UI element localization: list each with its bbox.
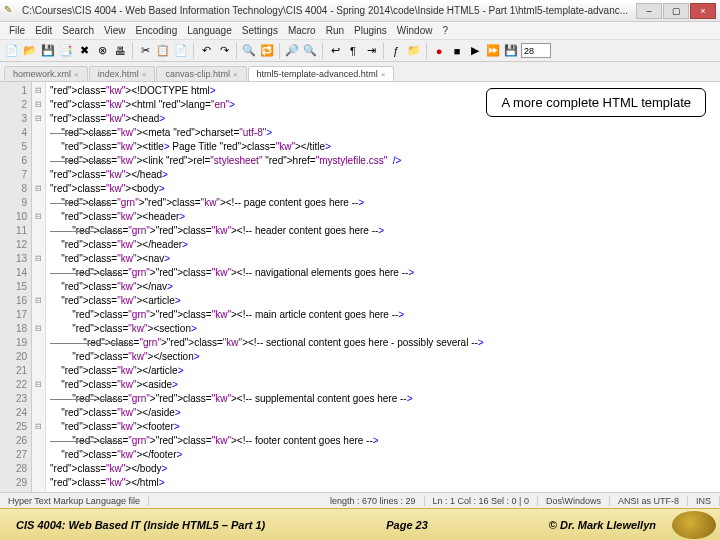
- menu-language[interactable]: Language: [182, 25, 237, 36]
- macro-count-input[interactable]: [521, 43, 551, 58]
- separator: [426, 43, 427, 59]
- separator: [193, 43, 194, 59]
- app-icon: ✎: [4, 4, 18, 18]
- undo-icon[interactable]: ↶: [198, 43, 214, 59]
- footer-page: Page 23: [370, 519, 444, 531]
- paste-icon[interactable]: 📄: [173, 43, 189, 59]
- footer-course: CIS 4004: Web Based IT (Inside HTML5 – P…: [0, 519, 281, 531]
- savemacro-icon[interactable]: 💾: [503, 43, 519, 59]
- tab-close-icon[interactable]: ×: [381, 70, 386, 79]
- status-length: length : 670 lines : 29: [322, 496, 425, 506]
- tab-index-html[interactable]: index.html×: [89, 66, 156, 81]
- zoomout-icon[interactable]: 🔍: [302, 43, 318, 59]
- menu-file[interactable]: File: [4, 25, 30, 36]
- minimize-button[interactable]: –: [636, 3, 662, 19]
- separator: [383, 43, 384, 59]
- ucf-logo-icon: [672, 511, 716, 539]
- find-icon[interactable]: 🔍: [241, 43, 257, 59]
- print-icon[interactable]: 🖶: [112, 43, 128, 59]
- func-icon[interactable]: ƒ: [388, 43, 404, 59]
- code-area[interactable]: "red">class="kw"><!DOCTYPE html> "red">c…: [46, 82, 720, 502]
- tab-html5-template-advanced-html[interactable]: html5-template-advanced.html×: [248, 66, 395, 81]
- closeall-icon[interactable]: ⊗: [94, 43, 110, 59]
- tabbar: homework.xml×index.html×canvas-clip.html…: [0, 62, 720, 82]
- fold-column: ⊟⊟⊟ ⊟ ⊟ ⊟ ⊟ ⊟ ⊟ ⊟: [32, 82, 46, 502]
- menu-macro[interactable]: Macro: [283, 25, 321, 36]
- replace-icon[interactable]: 🔁: [259, 43, 275, 59]
- separator: [132, 43, 133, 59]
- window-buttons: – ▢ ×: [636, 3, 716, 19]
- save-icon[interactable]: 💾: [40, 43, 56, 59]
- copy-icon[interactable]: 📋: [155, 43, 171, 59]
- line-gutter: 1234567891011121314151617181920212223242…: [0, 82, 32, 502]
- separator: [279, 43, 280, 59]
- playfast-icon[interactable]: ⏩: [485, 43, 501, 59]
- menu-plugins[interactable]: Plugins: [349, 25, 392, 36]
- close-file-icon[interactable]: ✖: [76, 43, 92, 59]
- status-lang: Hyper Text Markup Language file: [0, 496, 149, 506]
- menubar: FileEditSearchViewEncodingLanguageSettin…: [0, 22, 720, 40]
- tab-close-icon[interactable]: ×: [142, 70, 147, 79]
- zoomin-icon[interactable]: 🔎: [284, 43, 300, 59]
- titlebar: ✎ C:\Courses\CIS 4004 - Web Based Inform…: [0, 0, 720, 22]
- tab-close-icon[interactable]: ×: [74, 70, 79, 79]
- menu-edit[interactable]: Edit: [30, 25, 57, 36]
- menu-search[interactable]: Search: [57, 25, 99, 36]
- status-mode: INS: [688, 496, 720, 506]
- close-button[interactable]: ×: [690, 3, 716, 19]
- footer-author: © Dr. Mark Llewellyn: [533, 519, 672, 531]
- indent-icon[interactable]: ⇥: [363, 43, 379, 59]
- annotation-callout: A more complete HTML template: [486, 88, 706, 117]
- tab-close-icon[interactable]: ×: [233, 70, 238, 79]
- wrap-icon[interactable]: ↩: [327, 43, 343, 59]
- editor: 1234567891011121314151617181920212223242…: [0, 82, 720, 502]
- menu-window[interactable]: Window: [392, 25, 438, 36]
- menu-settings[interactable]: Settings: [237, 25, 283, 36]
- menu-help[interactable]: ?: [437, 25, 453, 36]
- menu-encoding[interactable]: Encoding: [131, 25, 183, 36]
- status-eol: Dos\Windows: [538, 496, 610, 506]
- stop-icon[interactable]: ■: [449, 43, 465, 59]
- tab-canvas-clip-html[interactable]: canvas-clip.html×: [156, 66, 246, 81]
- open-icon[interactable]: 📂: [22, 43, 38, 59]
- folder-icon[interactable]: 📁: [406, 43, 422, 59]
- saveall-icon[interactable]: 📑: [58, 43, 74, 59]
- new-icon[interactable]: 📄: [4, 43, 20, 59]
- statusbar: Hyper Text Markup Language file length :…: [0, 492, 720, 508]
- redo-icon[interactable]: ↷: [216, 43, 232, 59]
- slide-footer: CIS 4004: Web Based IT (Inside HTML5 – P…: [0, 508, 720, 540]
- chars-icon[interactable]: ¶: [345, 43, 361, 59]
- separator: [236, 43, 237, 59]
- menu-view[interactable]: View: [99, 25, 131, 36]
- separator: [322, 43, 323, 59]
- status-position: Ln : 1 Col : 16 Sel : 0 | 0: [425, 496, 538, 506]
- toolbar: 📄 📂 💾 📑 ✖ ⊗ 🖶 ✂ 📋 📄 ↶ ↷ 🔍 🔁 🔎 🔍 ↩ ¶ ⇥ ƒ …: [0, 40, 720, 62]
- status-encoding: ANSI as UTF-8: [610, 496, 688, 506]
- tab-homework-xml[interactable]: homework.xml×: [4, 66, 88, 81]
- menu-run[interactable]: Run: [321, 25, 349, 36]
- maximize-button[interactable]: ▢: [663, 3, 689, 19]
- play-icon[interactable]: ▶: [467, 43, 483, 59]
- record-icon[interactable]: ●: [431, 43, 447, 59]
- cut-icon[interactable]: ✂: [137, 43, 153, 59]
- window-title: C:\Courses\CIS 4004 - Web Based Informat…: [22, 5, 636, 16]
